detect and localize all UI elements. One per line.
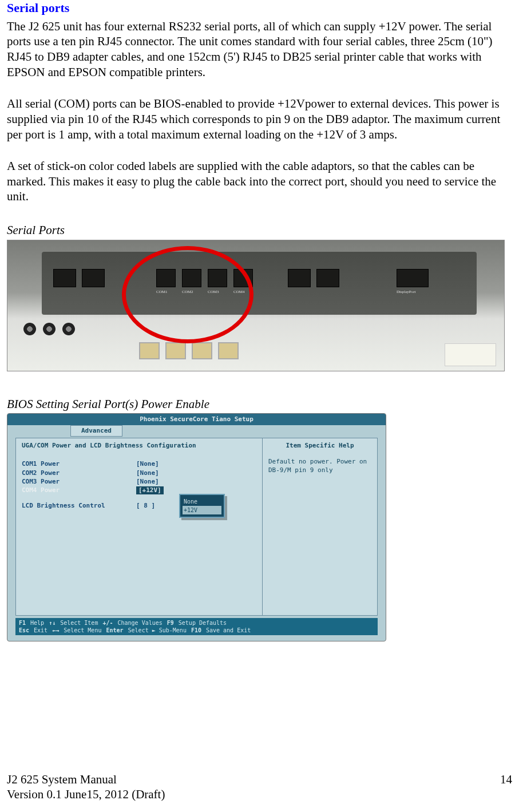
paragraph-1: The J2 625 unit has four external RS232 … (7, 19, 512, 81)
red-circle-annotation-icon (122, 246, 253, 343)
bios-left-header: UGA/COM Power and LCD Brightness Configu… (22, 442, 256, 450)
bios-row-value: [None] (136, 460, 159, 468)
bios-row-label: COM3 Power (22, 478, 136, 486)
bios-footer: F1 Help ↑↓ Select Item +/- Change Values… (15, 618, 378, 635)
bios-help-header: Item Specific Help (268, 442, 371, 450)
bios-key-label: Change Values (117, 619, 162, 627)
paragraph-3: A set of stick-on color coded labels are… (7, 159, 512, 205)
rj45-com2 (165, 342, 186, 359)
page-number: 14 (500, 772, 512, 787)
bios-popup: None +12V (179, 494, 225, 518)
section-heading: Serial ports (7, 0, 512, 17)
bios-row-label: LCD Brightness Control (22, 502, 136, 510)
bios-help-text: Default no power. Power on DB-9/M pin 9 … (268, 458, 371, 474)
bios-main-panel: UGA/COM Power and LCD Brightness Configu… (15, 438, 378, 616)
bios-row-com1: COM1 Power [None] (22, 460, 256, 468)
bios-key: ←→ (52, 627, 59, 634)
bios-popup-option-12v: +12V (183, 506, 221, 514)
bios-row-com3: COM3 Power [None] (22, 478, 256, 486)
bios-row-value: [+12V] (136, 486, 164, 494)
bios-key-label: Select Menu (64, 627, 101, 634)
footer-version: Version 0.1 June15, 2012 (Draft) (7, 787, 165, 802)
figure-bios-screenshot: Phoenix SecureCore Tiano Setup Advanced … (7, 413, 386, 641)
bios-key-label: Select Item (60, 619, 98, 627)
bios-row-com2: COM2 Power [None] (22, 469, 256, 477)
bios-row-label: COM1 Power (22, 460, 136, 468)
port-generic (82, 269, 105, 287)
ports-panel: COM1 COM2 COM3 COM4 DisplayPort (42, 252, 477, 315)
footer-doc-title: J2 625 System Manual (7, 772, 165, 787)
page-footer: J2 625 System Manual Version 0.1 June15,… (7, 772, 512, 802)
bios-row-value: [ 8 ] (136, 502, 155, 510)
dc-in-jack (23, 323, 36, 335)
rj45-com1 (139, 342, 160, 359)
bios-key: F10 (191, 627, 201, 634)
dp-label: DisplayPort (397, 290, 415, 295)
bios-popup-option-none: None (183, 497, 221, 506)
bios-footer-row2: Esc Exit ←→ Select Menu Enter Select ► S… (19, 627, 374, 634)
serial-sticker (445, 343, 496, 366)
bios-help-panel: Item Specific Help Default no power. Pow… (263, 438, 377, 615)
dc-out-jack (43, 323, 56, 335)
bios-key-label: Help (30, 619, 44, 627)
bios-key: Esc (19, 627, 29, 634)
bios-key-label: Setup Defaults (179, 619, 227, 627)
bios-key: F9 (167, 619, 174, 627)
bios-row-label: COM4 Power (22, 486, 136, 494)
port-generic (53, 269, 76, 287)
bios-key: F1 (19, 619, 26, 627)
bios-key-label: Select ► Sub-Menu (128, 627, 187, 634)
rj45-com3 (192, 342, 212, 359)
bios-footer-row1: F1 Help ↑↓ Select Item +/- Change Values… (19, 619, 374, 627)
bios-key: ↑↓ (49, 619, 56, 627)
bios-title: Phoenix SecureCore Tiano Setup (140, 415, 253, 423)
port-usb (316, 269, 339, 287)
cash-drawer-jack (62, 323, 75, 335)
figure-serial-ports-photo: COM1 COM2 COM3 COM4 DisplayPort (7, 240, 505, 371)
bios-row-value: [None] (136, 478, 159, 486)
bios-row-label: COM2 Power (22, 469, 136, 477)
paragraph-2: All serial (COM) ports can be BIOS-enabl… (7, 96, 512, 142)
bios-row-value: [None] (136, 469, 159, 477)
bios-left-panel: UGA/COM Power and LCD Brightness Configu… (16, 438, 263, 615)
bios-key: Enter (106, 627, 123, 634)
port-usb (288, 269, 311, 287)
bios-key-label: Exit (34, 627, 47, 634)
rj45-com4 (218, 342, 239, 359)
figure1-caption: Serial Ports (7, 223, 512, 238)
bios-titlebar: Phoenix SecureCore Tiano Setup (7, 414, 386, 425)
port-displayport (397, 269, 429, 287)
figure2-caption: BIOS Setting Serial Port(s) Power Enable (7, 397, 512, 412)
bios-key-label: Save and Exit (206, 627, 251, 634)
bios-key: +/- (102, 619, 113, 627)
bios-tab-advanced: Advanced (70, 425, 122, 437)
